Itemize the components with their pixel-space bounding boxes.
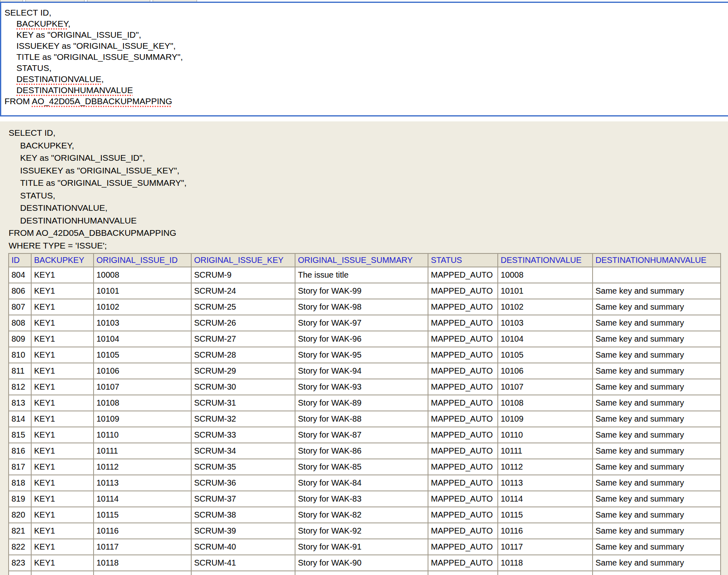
table-cell: SCRUM-24 (191, 283, 295, 299)
table-cell: 812 (9, 379, 31, 395)
table-cell: SCRUM-37 (191, 491, 295, 507)
query-echo-line: DESTINATIONVALUE, (9, 202, 728, 214)
table-cell: Same key and summary (593, 443, 721, 459)
table-cell: 814 (9, 411, 31, 427)
table-cell: Same key and summary (593, 283, 721, 299)
table-cell: KEY1 (31, 491, 94, 507)
table-cell: SCRUM-34 (191, 443, 295, 459)
table-row: 809KEY110104SCRUM-27Story for WAK-96MAPP… (9, 331, 721, 347)
table-cell: 804 (9, 267, 31, 283)
table-cell: KEY1 (31, 539, 94, 555)
table-cell: Story for WAK-97 (295, 315, 428, 331)
column-header-status: STATUS (428, 253, 498, 267)
table-cell: SCRUM-32 (191, 411, 295, 427)
query-echo-line: STATUS, (9, 189, 728, 202)
table-cell: 10102 (498, 299, 593, 315)
table-cell: 10107 (94, 379, 191, 395)
table-cell: SCRUM-26 (191, 315, 295, 331)
table-cell: Story for WAK-78 (295, 571, 428, 575)
table-cell: KEY1 (31, 267, 94, 283)
table-row: 807KEY110102SCRUM-25Story for WAK-98MAPP… (9, 299, 721, 315)
table-cell: 818 (9, 475, 31, 491)
table-cell: KEY1 (31, 427, 94, 443)
table-cell: 10103 (94, 315, 191, 331)
table-cell: SCRUM-27 (191, 331, 295, 347)
table-cell: 10109 (498, 411, 593, 427)
table-cell: MAPPED_AUTO (428, 267, 498, 283)
h2-console-query-page: { "editor": { "lines": [ {"indent": 0, "… (0, 0, 728, 575)
misspelled-word: DESTINATIONHUMANVALUE (16, 85, 133, 95)
table-cell: Story for WAK-92 (295, 523, 428, 539)
sql-text: , (68, 19, 71, 28)
table-cell: SCRUM-39 (191, 523, 295, 539)
table-cell: SCRUM-40 (191, 539, 295, 555)
table-cell: 10115 (498, 507, 593, 523)
table-cell: 10110 (94, 427, 191, 443)
query-echo-line: ISSUEKEY as "ORIGINAL_ISSUE_KEY", (9, 164, 728, 177)
table-cell: 10105 (94, 347, 191, 363)
table-cell: 820 (9, 507, 31, 523)
table-cell: KEY1 (31, 523, 94, 539)
table-cell: 10114 (498, 491, 593, 507)
table-cell: 10118 (498, 555, 593, 571)
table-cell: Same key and summary (593, 363, 721, 379)
table-cell: 813 (9, 395, 31, 411)
table-cell: KEY1 (31, 459, 94, 475)
column-header-destinationhumanvalue: DESTINATIONHUMANVALUE (593, 253, 721, 267)
results-table-body: 804KEY110008SCRUM-9The issue titleMAPPED… (9, 267, 721, 575)
table-row: 819KEY110114SCRUM-37Story for WAK-83MAPP… (9, 491, 721, 507)
table-cell (593, 267, 721, 283)
table-row: 815KEY110110SCRUM-33Story for WAK-87MAPP… (9, 427, 721, 443)
table-cell: 808 (9, 315, 31, 331)
table-cell: MAPPED_AUTO (428, 475, 498, 491)
table-cell: 10104 (498, 331, 593, 347)
table-cell: Story for WAK-82 (295, 507, 428, 523)
table-cell: Same key and summary (593, 427, 721, 443)
table-cell: KEY1 (31, 411, 94, 427)
table-cell: 10118 (94, 555, 191, 571)
table-cell: 10113 (94, 475, 191, 491)
table-cell: KEY1 (31, 315, 94, 331)
table-cell: Same key and summary (593, 491, 721, 507)
table-cell: 10119 (498, 571, 593, 575)
editor-line: ISSUEKEY as "ORIGINAL_ISSUE_KEY", (5, 40, 728, 51)
table-cell: KEY1 (31, 555, 94, 571)
table-cell: 821 (9, 523, 31, 539)
table-cell: MAPPED_AUTO (428, 555, 498, 571)
table-cell: SCRUM-28 (191, 347, 295, 363)
sql-editor[interactable]: SELECT ID,BACKUPKEY,KEY as "ORIGINAL_ISS… (0, 2, 728, 116)
table-cell: 815 (9, 427, 31, 443)
table-cell: MAPPED_AUTO (428, 523, 498, 539)
table-cell: 10104 (94, 331, 191, 347)
table-cell: KEY1 (31, 347, 94, 363)
results-table-header: IDBACKUPKEYORIGINAL_ISSUE_IDORIGINAL_ISS… (9, 253, 721, 267)
table-row: 814KEY110109SCRUM-32Story for WAK-88MAPP… (9, 411, 721, 427)
table-row: 823KEY110118SCRUM-41Story for WAK-90MAPP… (9, 555, 721, 571)
editor-line: BACKUPKEY, (5, 18, 728, 29)
table-cell: SCRUM-36 (191, 475, 295, 491)
table-cell: Story for WAK-99 (295, 283, 428, 299)
table-cell: SCRUM-42 (191, 571, 295, 575)
table-cell: Story for WAK-86 (295, 443, 428, 459)
results-panel: SELECT ID,BACKUPKEY,KEY as "ORIGINAL_ISS… (0, 121, 728, 575)
table-cell: Same key and summary (593, 331, 721, 347)
table-cell: 10008 (94, 267, 191, 283)
table-cell: 823 (9, 555, 31, 571)
table-cell: Same key and summary (593, 475, 721, 491)
query-echo-line: TITLE as "ORIGINAL_ISSUE_SUMMARY", (9, 177, 728, 189)
column-header-original_issue_summary: ORIGINAL_ISSUE_SUMMARY (295, 253, 428, 267)
table-cell: 817 (9, 459, 31, 475)
table-cell: 10117 (498, 539, 593, 555)
table-cell: SCRUM-25 (191, 299, 295, 315)
table-cell: The issue title (295, 267, 428, 283)
table-row: 822KEY110117SCRUM-40Story for WAK-91MAPP… (9, 539, 721, 555)
table-cell: 10109 (94, 411, 191, 427)
table-cell: Same key and summary (593, 523, 721, 539)
table-cell: 811 (9, 363, 31, 379)
table-row: 813KEY110108SCRUM-31Story for WAK-89MAPP… (9, 395, 721, 411)
query-echo-line: BACKUPKEY, (9, 139, 728, 152)
table-cell: KEY1 (31, 395, 94, 411)
table-cell: Same key and summary (593, 411, 721, 427)
table-cell: Same key and summary (593, 379, 721, 395)
table-row: 810KEY110105SCRUM-28Story for WAK-95MAPP… (9, 347, 721, 363)
